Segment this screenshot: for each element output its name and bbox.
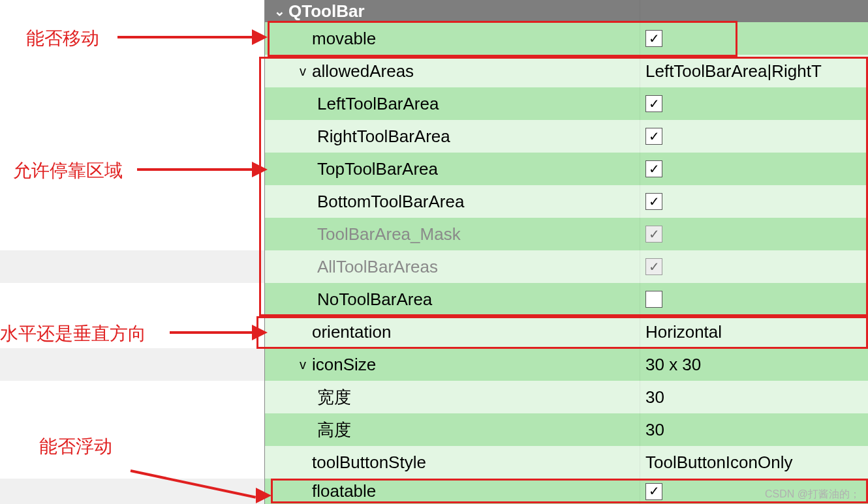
checkbox-no-area[interactable] xyxy=(645,291,662,308)
property-name: LeftToolBarArea xyxy=(317,87,439,120)
property-name: AllToolBarAreas xyxy=(317,250,438,283)
property-name: ToolBarArea_Mask xyxy=(317,218,461,250)
property-name: 宽度 xyxy=(317,381,351,413)
property-row-top-area[interactable]: TopToolBarArea ✓ xyxy=(265,153,868,185)
checkbox-floatable[interactable]: ✓ xyxy=(645,483,662,500)
checkbox-all-areas: ✓ xyxy=(645,258,662,275)
property-row-movable[interactable]: movable ✓ xyxy=(265,22,868,55)
property-row-height[interactable]: 高度 30 xyxy=(265,413,868,446)
property-name: RightToolBarArea xyxy=(317,120,450,153)
section-header[interactable]: ⌄ QToolBar xyxy=(265,0,868,22)
property-name: toolButtonStyle xyxy=(312,446,426,479)
checkbox-bottom-area[interactable]: ✓ xyxy=(645,193,662,210)
property-value[interactable]: Horizontal xyxy=(640,316,868,348)
checkbox-right-area[interactable]: ✓ xyxy=(645,128,662,145)
chevron-down-icon[interactable]: ⌄ xyxy=(270,0,288,22)
property-panel: ⌄ QToolBar movable ✓ v allowedAreas Left… xyxy=(264,0,868,504)
section-title: QToolBar xyxy=(288,0,365,22)
property-row-allowed-areas[interactable]: v allowedAreas LeftToolBarArea|RightT xyxy=(265,55,868,87)
property-row-mask: ToolBarArea_Mask ✓ xyxy=(265,218,868,250)
property-name: floatable xyxy=(312,479,376,504)
annotation-orientation: 水平还是垂直方向 xyxy=(0,321,146,346)
property-name: NoToolBarArea xyxy=(317,283,432,316)
property-row-width[interactable]: 宽度 30 xyxy=(265,381,868,413)
property-name: BottomToolBarArea xyxy=(317,185,464,218)
chevron-down-icon[interactable]: v xyxy=(294,348,312,381)
property-name: orientation xyxy=(312,316,391,348)
property-value[interactable]: ToolButtonIconOnly xyxy=(640,446,868,479)
property-row-left-area[interactable]: LeftToolBarArea ✓ xyxy=(265,87,868,120)
property-name: movable xyxy=(312,22,376,55)
checkbox-mask: ✓ xyxy=(645,226,662,243)
checkbox-movable[interactable]: ✓ xyxy=(645,30,662,47)
property-row-icon-size[interactable]: v iconSize 30 x 30 xyxy=(265,348,868,381)
property-name: 高度 xyxy=(317,413,351,446)
chevron-down-icon[interactable]: v xyxy=(294,55,312,87)
property-row-right-area[interactable]: RightToolBarArea ✓ xyxy=(265,120,868,153)
annotation-allowed-areas: 允许停靠区域 xyxy=(13,158,123,183)
property-value[interactable]: LeftToolBarArea|RightT xyxy=(640,55,868,87)
checkbox-top-area[interactable]: ✓ xyxy=(645,160,662,177)
property-row-bottom-area[interactable]: BottomToolBarArea ✓ xyxy=(265,185,868,218)
property-name: TopToolBarArea xyxy=(317,153,438,185)
checkbox-left-area[interactable]: ✓ xyxy=(645,95,662,112)
property-row-orientation[interactable]: orientation Horizontal xyxy=(265,316,868,348)
property-name: allowedAreas xyxy=(312,55,414,87)
annotation-layer: 能否移动 允许停靠区域 水平还是垂直方向 能否浮动 xyxy=(0,0,264,504)
property-name: iconSize xyxy=(312,348,376,381)
property-row-all-areas: AllToolBarAreas ✓ xyxy=(265,250,868,283)
property-row-no-area[interactable]: NoToolBarArea xyxy=(265,283,868,316)
property-value[interactable]: 30 xyxy=(640,413,868,446)
watermark: CSDN @打酱油的； xyxy=(765,488,860,501)
property-value[interactable]: 30 x 30 xyxy=(640,348,868,381)
annotation-floatable: 能否浮动 xyxy=(39,434,112,459)
property-value[interactable]: 30 xyxy=(640,381,868,413)
annotation-movable: 能否移动 xyxy=(26,26,99,51)
property-row-tool-button-style[interactable]: toolButtonStyle ToolButtonIconOnly xyxy=(265,446,868,479)
